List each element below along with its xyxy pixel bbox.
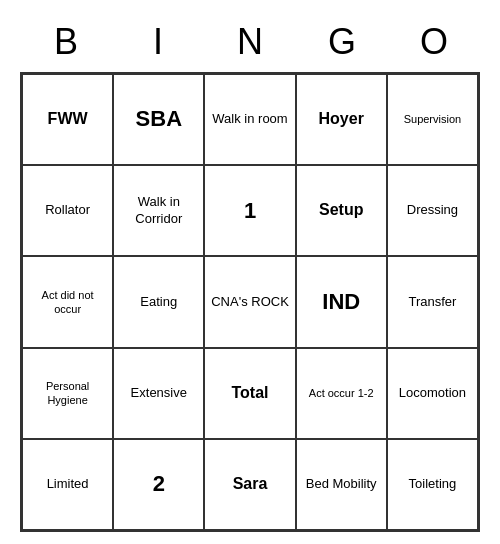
bingo-cell-0-1: SBA xyxy=(113,74,204,165)
bingo-cell-4-3: Bed Mobility xyxy=(296,439,387,530)
header-letter-N: N xyxy=(204,12,296,72)
bingo-cell-3-2: Total xyxy=(204,348,295,439)
bingo-header: BINGO xyxy=(20,12,480,72)
bingo-card: BINGO FWWSBAWalk in roomHoyerSupervision… xyxy=(20,12,480,532)
bingo-cell-2-3: IND xyxy=(296,256,387,347)
bingo-cell-4-1: 2 xyxy=(113,439,204,530)
bingo-row-2: Act did not occurEatingCNA's ROCKINDTran… xyxy=(22,256,478,347)
header-letter-B: B xyxy=(20,12,112,72)
header-letter-O: O xyxy=(388,12,480,72)
bingo-cell-0-3: Hoyer xyxy=(296,74,387,165)
bingo-row-4: Limited2SaraBed MobilityToileting xyxy=(22,439,478,530)
bingo-cell-3-4: Locomotion xyxy=(387,348,478,439)
bingo-cell-4-2: Sara xyxy=(204,439,295,530)
bingo-cell-2-0: Act did not occur xyxy=(22,256,113,347)
header-letter-G: G xyxy=(296,12,388,72)
bingo-cell-1-0: Rollator xyxy=(22,165,113,256)
bingo-cell-0-4: Supervision xyxy=(387,74,478,165)
bingo-cell-3-3: Act occur 1-2 xyxy=(296,348,387,439)
bingo-cell-1-2: 1 xyxy=(204,165,295,256)
bingo-cell-0-0: FWW xyxy=(22,74,113,165)
bingo-cell-1-1: Walk in Corridor xyxy=(113,165,204,256)
bingo-row-1: RollatorWalk in Corridor1SetupDressing xyxy=(22,165,478,256)
bingo-cell-3-0: Personal Hygiene xyxy=(22,348,113,439)
bingo-row-3: Personal HygieneExtensiveTotalAct occur … xyxy=(22,348,478,439)
bingo-cell-1-3: Setup xyxy=(296,165,387,256)
bingo-cell-1-4: Dressing xyxy=(387,165,478,256)
bingo-cell-4-4: Toileting xyxy=(387,439,478,530)
bingo-cell-3-1: Extensive xyxy=(113,348,204,439)
header-letter-I: I xyxy=(112,12,204,72)
bingo-cell-0-2: Walk in room xyxy=(204,74,295,165)
bingo-grid: FWWSBAWalk in roomHoyerSupervisionRollat… xyxy=(20,72,480,532)
bingo-cell-2-4: Transfer xyxy=(387,256,478,347)
bingo-row-0: FWWSBAWalk in roomHoyerSupervision xyxy=(22,74,478,165)
bingo-cell-2-2: CNA's ROCK xyxy=(204,256,295,347)
bingo-cell-2-1: Eating xyxy=(113,256,204,347)
bingo-cell-4-0: Limited xyxy=(22,439,113,530)
